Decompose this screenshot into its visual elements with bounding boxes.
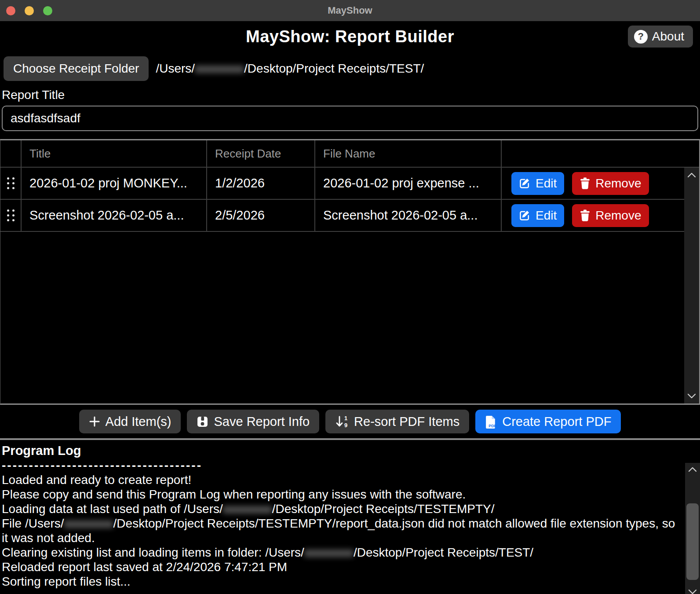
floppy-disk-icon [197,416,208,428]
grip-dots-icon [7,209,15,221]
pencil-square-icon [519,177,531,189]
column-header-actions [502,140,699,167]
column-header-receipt-date: Receipt Date [207,140,315,167]
about-button-label: About [652,29,684,44]
receipt-folder-path: /Users/xxxxxxxx/Desktop/Project Receipts… [156,62,424,76]
pdf-file-icon: PDF [485,415,497,429]
column-header-title: Title [22,140,207,167]
remove-button[interactable]: Remove [572,204,649,227]
table-body: 2026-01-02 proj MONKEY... 1/2/2026 2026-… [0,168,699,403]
table-scrollbar[interactable] [684,168,699,403]
log-line: Loading data at last used path of /Users… [2,502,679,516]
cell-file-name: Screenshot 2026-02-05 a... [315,200,502,231]
cell-actions: Edit Remove [502,168,684,199]
plus-icon [89,416,100,427]
chevron-up-icon[interactable] [687,172,696,178]
table-row: Screenshot 2026-02-05 a... 2/5/2026 Scre… [0,200,684,232]
svg-text:PDF: PDF [489,423,497,428]
log-line: File /Users/xxxxxxxx/Desktop/Project Rec… [2,516,679,545]
chevron-up-icon[interactable] [688,466,697,472]
redacted-username: xxxxxxxx [304,546,354,559]
cell-file-name: 2026-01-02 proj expense ... [315,168,502,199]
toolbar: Add Item(s) Save Report Info 19 Re-sort … [0,405,700,438]
svg-text:1: 1 [344,415,347,422]
grip-dots-icon [7,177,15,189]
chevron-down-icon[interactable] [687,393,696,399]
add-items-button[interactable]: Add Item(s) [79,410,181,433]
cell-title: Screenshot 2026-02-05 a... [22,200,207,231]
cell-receipt-date: 2/5/2026 [207,200,315,231]
report-items-table: Title Receipt Date File Name 2026-01-02 … [0,139,700,405]
drag-handle[interactable] [0,200,22,231]
sort-numeric-down-icon: 19 [335,415,349,428]
window-titlebar: MayShow [0,0,700,21]
resort-pdf-items-button[interactable]: 19 Re-sort PDF Items [325,410,469,433]
window-title: MayShow [0,5,700,16]
svg-text:9: 9 [344,422,347,428]
log-scrollbar-thumb[interactable] [686,503,699,580]
column-header-file-name: File Name [315,140,502,167]
trash-icon [580,177,591,189]
log-line: ------------------------------------- [2,458,679,473]
edit-button[interactable]: Edit [511,204,564,227]
program-log: Program Log ----------------------------… [0,440,700,594]
log-line: Sorting report files list... [2,574,679,589]
redacted-username: xxxxxxxx [223,502,272,516]
pencil-square-icon [519,209,531,221]
create-report-pdf-button[interactable]: PDF Create Report PDF [475,410,621,433]
cell-title: 2026-01-02 proj MONKEY... [22,168,207,199]
log-line: Please copy and send this Program Log wh… [2,487,679,502]
folder-row: Choose Receipt Folder /Users/xxxxxxxx/De… [4,56,696,81]
about-button[interactable]: ? About [628,26,693,48]
remove-button[interactable]: Remove [572,172,649,195]
log-line: Reloaded report last saved at 2/24/2026 … [2,560,679,574]
edit-button[interactable]: Edit [511,172,564,195]
table-row: 2026-01-02 proj MONKEY... 1/2/2026 2026-… [0,168,684,200]
report-title-input[interactable] [2,106,698,131]
table-header: Title Receipt Date File Name [0,140,699,168]
trash-icon [580,209,591,221]
save-report-info-button[interactable]: Save Report Info [187,410,319,433]
page-title: MayShow: Report Builder [0,21,700,46]
redacted-username: xxxxxxxx [195,62,244,75]
chevron-down-icon[interactable] [688,589,697,594]
cell-actions: Edit Remove [502,200,684,231]
choose-receipt-folder-button[interactable]: Choose Receipt Folder [4,56,149,81]
cell-receipt-date: 1/2/2026 [207,168,315,199]
log-scrollbar[interactable] [685,463,700,594]
drag-handle[interactable] [0,168,22,199]
redacted-username: xxxxxxxx [64,517,113,530]
program-log-heading: Program Log [2,444,679,458]
header: MayShow: Report Builder ? About [0,21,700,54]
question-icon: ? [634,30,648,44]
log-line: Clearing existing list and loading items… [2,545,679,560]
column-header-handle [0,140,22,167]
log-line: Loaded and ready to create report! [2,473,679,487]
report-title-label: Report Title [2,88,700,102]
